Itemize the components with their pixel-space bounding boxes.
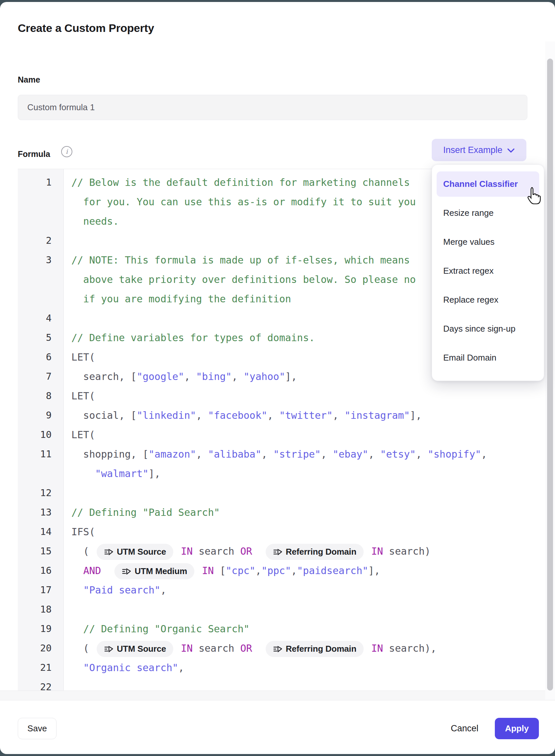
code-row: LET( (71, 425, 95, 444)
code-segment-code (196, 565, 202, 576)
code-segment-op: AND (83, 565, 101, 576)
menu-item-days-since-sign-up[interactable]: Days since sign-up (437, 316, 539, 342)
code-segment-code: , (267, 409, 279, 421)
code-segment-code (252, 546, 264, 557)
insert-example-button[interactable]: Insert Example (432, 139, 526, 161)
hand-cursor-icon (525, 186, 543, 206)
line-number: 17 (18, 580, 52, 600)
property-chip-utm-source[interactable]: UTM Source (97, 544, 173, 560)
property-chip-utm-medium[interactable]: UTM Medium (115, 563, 194, 579)
code-segment-string: "instagram" (345, 409, 410, 421)
code-segment-code (71, 584, 83, 596)
code-segment-code: ], (368, 565, 380, 576)
code-segment-op: OR (240, 642, 252, 654)
code-segment-code: , (261, 448, 273, 460)
menu-item-replace-regex[interactable]: Replace regex (437, 287, 539, 313)
horizontal-scrollbar-track[interactable] (0, 690, 555, 701)
code-segment-code: , (178, 662, 184, 673)
code-segment-string: "cpc" (226, 565, 255, 576)
code-row: shopping, ["amazon", "alibaba", "stripe"… (71, 444, 487, 464)
code-segment-code (71, 565, 83, 576)
save-button[interactable]: Save (18, 718, 56, 739)
code-segment-comment: // NOTE: This formula is made up of if-e… (71, 254, 410, 266)
property-chip-label: Referring Domain (286, 639, 356, 659)
code-segment-op: IN (371, 546, 383, 557)
code-row: search, ["google", "bing", "yahoo"], (71, 367, 297, 386)
property-icon (273, 644, 282, 654)
formula-label: Formula (18, 149, 50, 159)
code-row: AND UTM Medium IN ["cpc","ppc","paidsear… (71, 561, 380, 580)
info-icon[interactable]: i (61, 146, 72, 157)
code-segment-string: "facebook" (208, 409, 267, 421)
menu-item-extract-regex[interactable]: Extract regex (437, 258, 539, 284)
code-segment-op: IN (371, 642, 383, 654)
code-row: "Organic search", (71, 658, 184, 677)
code-segment-code: , (232, 371, 244, 382)
line-number: 16 (18, 561, 52, 580)
menu-item-email-domain[interactable]: Email Domain (437, 345, 539, 370)
property-chip-referring-domain[interactable]: Referring Domain (266, 641, 364, 657)
property-chip-utm-source[interactable]: UTM Source (97, 641, 173, 657)
code-segment-code: LET( (71, 390, 95, 402)
code-segment-string: "amazon" (148, 448, 196, 460)
code-row: if you are modifying the definition (71, 289, 291, 309)
code-segment-code: , (255, 565, 261, 576)
code-segment-comment: above take priority over definitions bel… (71, 274, 416, 285)
vertical-scrollbar-thumb[interactable] (547, 58, 553, 690)
code-segment-string: "Paid search" (83, 584, 161, 596)
apply-button[interactable]: Apply (495, 718, 539, 739)
property-chip-label: UTM Medium (134, 562, 187, 581)
footer-actions: Cancel Apply (449, 718, 539, 739)
code-row: ( UTM Source IN search OR Referring Doma… (71, 639, 437, 658)
code-segment-string: "yahoo" (244, 371, 285, 382)
code-row: // Below is the default definition for m… (71, 173, 410, 192)
code-segment-code: , (196, 448, 208, 460)
line-number: 8 (18, 386, 52, 406)
code-row: IFS( (71, 522, 95, 542)
cancel-button[interactable]: Cancel (449, 723, 480, 734)
code-segment-string: "google" (137, 371, 184, 382)
line-number: 11 (18, 444, 52, 464)
code-segment-code: , (416, 448, 428, 460)
property-chip-referring-domain[interactable]: Referring Domain (266, 544, 364, 560)
line-number: 7 (18, 367, 52, 386)
property-icon (273, 548, 282, 557)
name-input[interactable] (18, 95, 527, 120)
create-custom-property-modal: Create a Custom Property Name Formula i … (0, 2, 555, 754)
code-row: social, ["linkedin", "facebook", "twitte… (71, 406, 422, 425)
code-row: // NOTE: This formula is made up of if-e… (71, 250, 410, 270)
code-segment-string: "alibaba" (208, 448, 261, 460)
code-segment-code: IFS( (71, 526, 95, 538)
line-number: 22 (18, 677, 52, 691)
code-row: // Defining "Paid Search" (71, 503, 220, 522)
code-segment-code: ], (410, 409, 422, 421)
code-segment-code (252, 642, 264, 654)
line-number: 4 (18, 309, 52, 328)
code-segment-code: LET( (71, 429, 95, 440)
code-segment-op: IN (181, 546, 193, 557)
code-segment-code (101, 565, 113, 576)
code-segment-code: , (333, 409, 345, 421)
chevron-down-icon (507, 148, 515, 153)
property-icon (104, 548, 113, 557)
line-number: 2 (18, 231, 52, 250)
code-segment-comment: // Defining "Organic Search" (71, 623, 250, 635)
code-segment-code (175, 546, 181, 557)
app-background: Create a Custom Property Name Formula i … (0, 0, 555, 756)
code-segment-code: , (321, 448, 333, 460)
property-chip-label: Referring Domain (286, 542, 356, 562)
line-number: 13 (18, 503, 52, 522)
menu-item-merge-values[interactable]: Merge values (437, 229, 539, 254)
code-segment-string: "etsy" (380, 448, 416, 460)
menu-item-resize-range[interactable]: Resize range (437, 200, 539, 226)
code-segment-comment: for you. You can use this as-is or modif… (71, 196, 416, 208)
menu-item-channel-classifier[interactable]: Channel Classifier (437, 171, 539, 197)
code-segment-string: "linkedin" (137, 409, 196, 421)
code-segment-code (365, 642, 371, 654)
line-number: 12 (18, 483, 52, 503)
line-number: 5 (18, 328, 52, 347)
code-row: LET( (71, 386, 95, 406)
code-segment-code: search) (383, 546, 431, 557)
insert-example-label: Insert Example (443, 145, 502, 155)
line-number: 9 (18, 406, 52, 425)
